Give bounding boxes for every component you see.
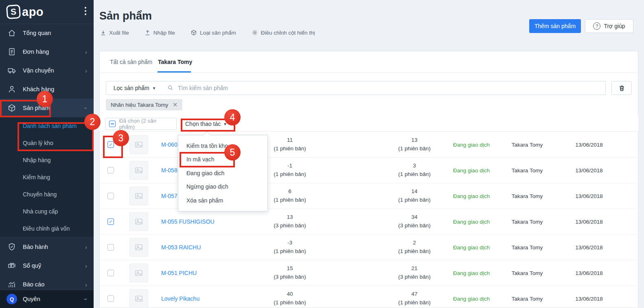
qty-variants-note: (1 phiên bản) — [274, 197, 306, 203]
date-cell: 13/06/2018 — [559, 296, 620, 302]
row-checkbox[interactable] — [107, 167, 114, 174]
tab-all-products[interactable]: Tất cả sản phẩm — [110, 51, 152, 73]
menu-item-in-ma-vach[interactable]: In mã vạch — [178, 153, 267, 167]
adjust-columns-label: Điều chỉnh cột hiển thị — [261, 30, 315, 36]
sidebar-item-bao-hanh[interactable]: Bảo hành › — [0, 238, 94, 256]
sapo-logo-text: apo — [22, 5, 44, 19]
truck-icon — [7, 66, 16, 75]
trash-button[interactable] — [611, 81, 632, 95]
qty-variants-note: (1 phiên bản) — [274, 248, 306, 254]
selected-count-label: Đã chọn (2 sản phẩm) — [119, 118, 173, 130]
product-type-button[interactable]: Loại sản phẩm — [191, 29, 236, 36]
qty-variants-note: (3 phiên bản) — [398, 222, 431, 229]
search-input[interactable] — [162, 81, 606, 95]
sidebar-item-label: Bảo hành — [23, 244, 48, 250]
qty-variants-note: (1 phiên bản) — [398, 299, 431, 306]
row-checkbox[interactable]: ✓ — [107, 141, 114, 148]
sidebar-subitem-dieu-chinh-gia-von[interactable]: Điều chỉnh giá vốn — [0, 220, 94, 237]
sidebar-subitem-danh-sach-san-pham[interactable]: Danh sách sản phẩm — [0, 117, 94, 134]
status-badge: Đang giao dịch — [447, 219, 496, 225]
menu-item-kiem-tra-ton-kho[interactable]: Kiểm tra tồn kho — [178, 139, 267, 153]
qty-variants-note: (1 phiên bản) — [274, 171, 306, 177]
sidebar-subitem-quan-ly-kho[interactable]: Quản lý kho — [0, 134, 94, 152]
export-file-button[interactable]: Xuất file — [100, 30, 129, 36]
qty-variants-note: (1 phiên bản) — [274, 145, 306, 152]
menu-item-xoa-san-pham[interactable]: Xóa sản phẩm — [178, 194, 267, 207]
row-checkbox[interactable] — [107, 244, 114, 251]
select-all-checkbox[interactable] — [109, 121, 116, 127]
brand-cell: Takara Tomy — [496, 167, 559, 174]
qty-available: -3 — [287, 240, 292, 246]
product-name-link[interactable]: M-053 RAICHU — [158, 244, 257, 251]
table-row[interactable]: M-051 PICHU 15(3 phiên bản) 21(3 phiên b… — [99, 260, 638, 286]
sidebar-subitem-kiem-hang[interactable]: Kiểm hàng — [0, 169, 94, 186]
date-cell: 13/06/2018 — [559, 270, 620, 276]
upload-icon — [145, 30, 151, 36]
import-file-button[interactable]: Nhập file — [145, 30, 175, 36]
sapo-logo-mark: S — [6, 4, 21, 19]
sidebar-item-tong-quan[interactable]: Tổng quan — [0, 24, 94, 42]
qty-available: 13 — [287, 214, 293, 220]
product-name-link[interactable]: M-051 PICHU — [158, 270, 257, 276]
tab-takara-tomy[interactable]: Takara Tomy — [158, 51, 192, 73]
product-name-link[interactable]: M-055 FUSHIGISOU — [158, 218, 257, 225]
qty-variants-note: (1 phiên bản) — [398, 248, 431, 254]
sidebar-subitem-nha-cung-cap[interactable]: Nhà cung cấp — [0, 203, 94, 220]
sidebar-item-label: Khách hàng — [23, 86, 54, 92]
sidebar-user-bar[interactable]: Q Quyên › — [0, 290, 94, 308]
remove-filter-icon[interactable]: ✕ — [173, 101, 177, 108]
sidebar-item-don-hang[interactable]: Đơn hàng › — [0, 42, 94, 61]
brand-cell: Takara Tomy — [496, 142, 559, 148]
sidebar-item-so-quy[interactable]: Sổ quỹ › — [0, 256, 94, 275]
qty-variants-note: (1 phiên bản) — [274, 299, 306, 306]
product-type-label: Loại sản phẩm — [200, 30, 236, 36]
chevron-right-icon: › — [85, 263, 87, 269]
sidebar-item-label: Báo cáo — [23, 281, 44, 288]
sidebar-item-van-chuyen[interactable]: Vận chuyển › — [0, 61, 94, 80]
sidebar-submenu-products: Danh sách sản phẩm Quản lý kho Nhập hàng… — [0, 117, 94, 237]
customer-icon — [7, 85, 16, 94]
table-row[interactable]: M-053 RAICHU -3(1 phiên bản) 2(1 phiên b… — [99, 235, 638, 260]
filter-dropdown-button[interactable]: Lọc sản phẩm ▾ — [106, 81, 163, 95]
row-checkbox[interactable] — [107, 270, 114, 276]
chevron-right-icon: › — [85, 49, 87, 55]
order-icon — [7, 47, 16, 56]
choose-action-button[interactable]: Chọn thao tác ▾ — [185, 118, 226, 130]
qty-available: 15 — [287, 265, 293, 271]
product-image-placeholder — [129, 135, 148, 154]
qty-available: 6 — [288, 188, 291, 194]
sidebar-item-khach-hang[interactable]: Khách hàng — [0, 80, 94, 99]
row-checkbox[interactable] — [107, 193, 114, 199]
kebab-menu-icon[interactable] — [85, 7, 86, 17]
row-checkbox[interactable]: ✓ — [107, 218, 114, 225]
sidebar-item-san-pham[interactable]: Sản phẩm › — [0, 99, 94, 117]
help-button[interactable]: ? Trợ giúp — [585, 19, 633, 33]
qty-variants-note: (1 phiên bản) — [398, 171, 431, 177]
product-name-link[interactable]: Lovely Pikachu — [158, 295, 257, 302]
sidebar-item-label: Tổng quan — [23, 30, 51, 36]
sidebar-item-label: Sản phẩm — [23, 105, 50, 111]
caret-down-icon: ▾ — [224, 121, 226, 127]
menu-item-dang-giao-dich[interactable]: Đang giao dịch — [178, 166, 267, 180]
cube-icon — [191, 29, 197, 36]
sidebar-item-label: Sổ quỹ — [23, 262, 41, 269]
help-button-label: Trợ giúp — [604, 23, 625, 29]
date-cell: 13/06/2018 — [559, 193, 620, 199]
download-icon — [100, 30, 106, 36]
brand-cell: Takara Tomy — [496, 219, 559, 225]
chevron-down-icon: › — [83, 298, 90, 300]
adjust-columns-button[interactable]: Điều chỉnh cột hiển thị — [252, 29, 315, 36]
selection-summary-box: Đã chọn (2 sản phẩm) — [105, 118, 177, 130]
menu-item-ngung-giao-dich[interactable]: Ngừng giao dịch — [178, 180, 267, 194]
sidebar-subitem-nhap-hang[interactable]: Nhập hàng — [0, 152, 94, 169]
product-cube-icon — [7, 103, 16, 112]
add-product-button[interactable]: Thêm sản phẩm — [529, 19, 581, 33]
active-filter-chip[interactable]: Nhãn hiệu Takara Tomy ✕ — [106, 99, 182, 110]
table-row[interactable]: ✓ M-055 FUSHIGISOU 13(3 phiên bản) 34(3 … — [99, 209, 638, 235]
sapo-logo[interactable]: Sapo — [7, 5, 44, 19]
row-checkbox[interactable] — [107, 295, 114, 302]
app-window: Sapo Tổng quan Đơn hàng › Vận chuyển › K… — [0, 0, 644, 308]
table-row[interactable]: Lovely Pikachu 40(1 phiên bản) 47(1 phiê… — [99, 286, 638, 308]
page-title: Sản phẩm — [99, 10, 152, 22]
sidebar-subitem-chuyen-hang[interactable]: Chuyển hàng — [0, 186, 94, 203]
